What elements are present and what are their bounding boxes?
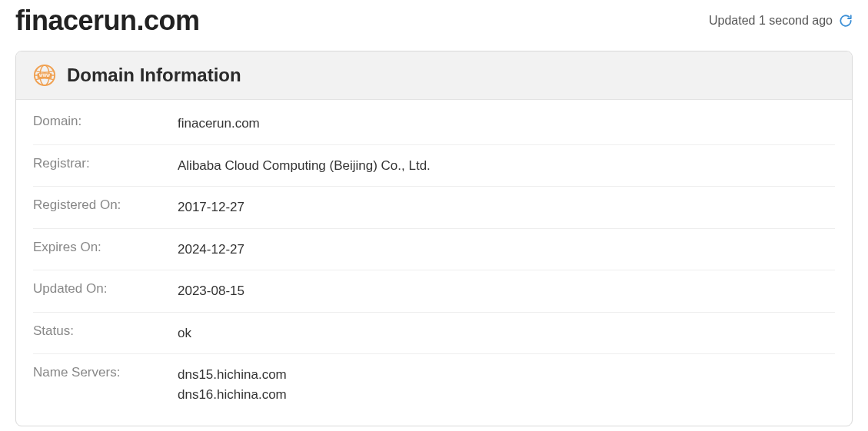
row-domain: Domain: finacerun.com [33,103,835,145]
label-expires-on: Expires On: [33,240,178,255]
name-server-entry: dns15.hichina.com [178,365,287,385]
updated-timestamp: Updated 1 second ago [709,14,833,28]
label-registrar: Registrar: [33,156,178,171]
www-globe-icon: WWW [33,64,56,87]
value-expires-on: 2024-12-27 [178,240,244,260]
value-registrar: Alibaba Cloud Computing (Beijing) Co., L… [178,156,431,176]
value-status: ok [178,323,191,343]
label-domain: Domain: [33,114,178,129]
label-updated-on: Updated On: [33,281,178,297]
row-name-servers: Name Servers: dns15.hichina.com dns16.hi… [33,354,835,415]
domain-info-card: WWW Domain Information Domain: finacerun… [15,51,853,426]
value-updated-on: 2023-08-15 [178,281,244,301]
svg-text:WWW: WWW [39,74,50,78]
value-registered-on: 2017-12-27 [178,197,244,217]
card-body: Domain: finacerun.com Registrar: Alibaba… [16,100,852,426]
label-name-servers: Name Servers: [33,365,178,380]
label-registered-on: Registered On: [33,197,178,213]
refresh-icon[interactable] [839,14,853,28]
value-name-servers: dns15.hichina.com dns16.hichina.com [178,365,287,404]
domain-title: finacerun.com [15,5,200,37]
row-status: Status: ok [33,313,835,355]
header-row: finacerun.com Updated 1 second ago [15,0,853,51]
label-status: Status: [33,323,178,339]
updated-group: Updated 1 second ago [709,14,853,28]
row-registered-on: Registered On: 2017-12-27 [33,187,835,229]
row-registrar: Registrar: Alibaba Cloud Computing (Beij… [33,145,835,187]
value-domain: finacerun.com [178,114,260,134]
card-title: Domain Information [67,65,241,86]
name-server-entry: dns16.hichina.com [178,385,287,405]
row-updated-on: Updated On: 2023-08-15 [33,270,835,313]
card-header: WWW Domain Information [16,51,852,100]
row-expires-on: Expires On: 2024-12-27 [33,229,835,271]
